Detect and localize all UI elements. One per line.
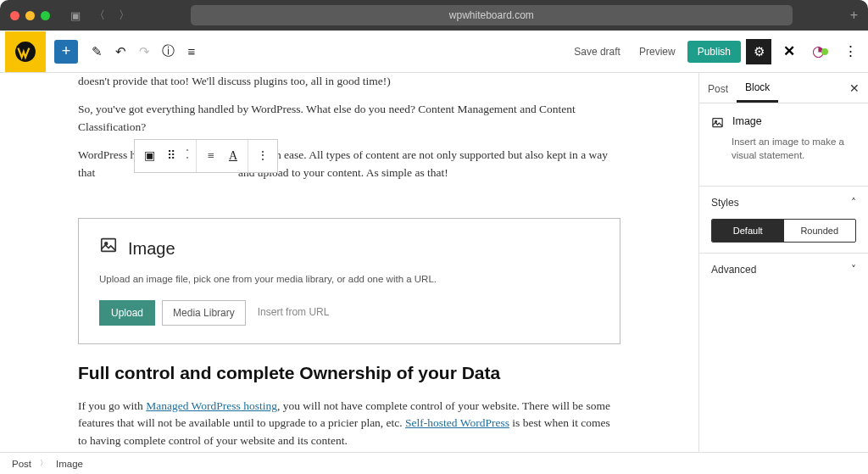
inspector-block-description: Insert an image to make a visual stateme… xyxy=(732,135,856,162)
tab-post[interactable]: Post xyxy=(699,75,737,102)
site-logo[interactable] xyxy=(5,31,46,72)
tab-block[interactable]: Block xyxy=(737,73,778,103)
close-x-icon[interactable]: ✕ xyxy=(776,39,802,64)
close-window-icon[interactable] xyxy=(10,11,19,20)
block-breadcrumb: Post 〉 Image xyxy=(0,452,868,474)
new-tab-icon[interactable]: + xyxy=(850,8,858,23)
browser-chrome: ▣ 〈 〉 wpwhiteboard.com + xyxy=(0,0,868,31)
back-icon[interactable]: 〈 xyxy=(91,6,108,25)
move-down-icon[interactable]: ˅ xyxy=(186,156,189,164)
chevron-up-icon: ˄ xyxy=(851,197,856,209)
style-default-button[interactable]: Default xyxy=(712,220,784,242)
insert-from-url-button[interactable]: Insert from URL xyxy=(253,298,335,326)
advanced-panel-toggle[interactable]: Advanced ˅ xyxy=(711,264,856,276)
inspector-sidebar: Post Block ✕ Image Insert an image to ma… xyxy=(698,73,868,452)
image-icon xyxy=(711,116,724,131)
link-managed-hosting[interactable]: Managed WordPress hosting xyxy=(146,399,277,412)
publish-button[interactable]: Publish xyxy=(687,41,741,63)
move-up-icon[interactable]: ˄ xyxy=(186,148,189,156)
panel-label: Advanced xyxy=(711,264,756,276)
info-icon[interactable]: ⓘ xyxy=(156,43,180,59)
outline-icon[interactable]: ≡ xyxy=(180,44,203,59)
block-type-image-icon[interactable]: ▣ xyxy=(138,147,160,165)
text-color-icon[interactable]: A xyxy=(222,147,244,165)
minimize-window-icon[interactable] xyxy=(25,11,35,20)
block-toolbar: ▣ ⠿ ˄ ˅ ≡ A ⋮ xyxy=(134,139,278,173)
breadcrumb-post[interactable]: Post xyxy=(12,459,31,469)
chevron-right-icon: 〉 xyxy=(40,458,47,469)
save-draft-button[interactable]: Save draft xyxy=(567,42,627,61)
sidebar-toggle-icon[interactable]: ▣ xyxy=(67,8,84,24)
editor-canvas[interactable]: doesn't provide that too! We'll discuss … xyxy=(0,73,698,452)
image-block-description: Upload an image file, pick one from your… xyxy=(99,272,599,287)
styles-panel-toggle[interactable]: Styles ˄ xyxy=(711,197,856,209)
style-rounded-button[interactable]: Rounded xyxy=(784,220,856,242)
add-block-button[interactable]: + xyxy=(54,40,78,64)
drag-handle-icon[interactable]: ⠿ xyxy=(160,147,182,165)
svg-rect-1 xyxy=(102,238,116,251)
close-inspector-icon[interactable]: ✕ xyxy=(841,75,868,102)
upload-button[interactable]: Upload xyxy=(99,300,155,326)
breadcrumb-image[interactable]: Image xyxy=(56,459,83,469)
more-menu-icon[interactable]: ⋮ xyxy=(837,39,863,64)
paragraph[interactable]: doesn't provide that too! We'll discuss … xyxy=(78,73,620,91)
maximize-window-icon[interactable] xyxy=(41,11,50,20)
chevron-down-icon: ˅ xyxy=(851,264,856,276)
redo-icon[interactable]: ↷ xyxy=(132,44,156,59)
window-controls xyxy=(10,11,50,20)
media-library-button[interactable]: Media Library xyxy=(162,300,246,326)
image-icon xyxy=(99,236,118,262)
panel-label: Styles xyxy=(711,197,739,209)
more-options-icon[interactable]: ⋮ xyxy=(252,147,274,165)
inspector-block-title: Image xyxy=(732,115,762,131)
editor-toolbar: + ✎ ↶ ↷ ⓘ ≡ Save draft Preview Publish ⚙… xyxy=(0,31,868,73)
edit-mode-icon[interactable]: ✎ xyxy=(85,44,108,59)
url-bar[interactable]: wpwhiteboard.com xyxy=(191,5,793,25)
image-block-title: Image xyxy=(128,236,175,262)
undo-icon[interactable]: ↶ xyxy=(108,44,132,59)
text: If you go with xyxy=(78,399,146,412)
yoast-icon[interactable]: ◔ xyxy=(807,39,832,64)
heading[interactable]: Full control and complete Ownership of y… xyxy=(78,360,620,388)
preview-button[interactable]: Preview xyxy=(632,42,682,61)
settings-icon[interactable]: ⚙ xyxy=(746,39,771,64)
align-icon[interactable]: ≡ xyxy=(200,147,222,165)
link-self-hosted[interactable]: Self-hosted WordPress xyxy=(405,416,509,429)
forward-icon[interactable]: 〉 xyxy=(115,6,133,25)
paragraph[interactable]: If you go with Managed WordPress hosting… xyxy=(78,398,620,451)
paragraph[interactable]: So, you've got everything handled by Wor… xyxy=(78,101,620,137)
image-block-placeholder[interactable]: Image Upload an image file, pick one fro… xyxy=(78,218,620,344)
